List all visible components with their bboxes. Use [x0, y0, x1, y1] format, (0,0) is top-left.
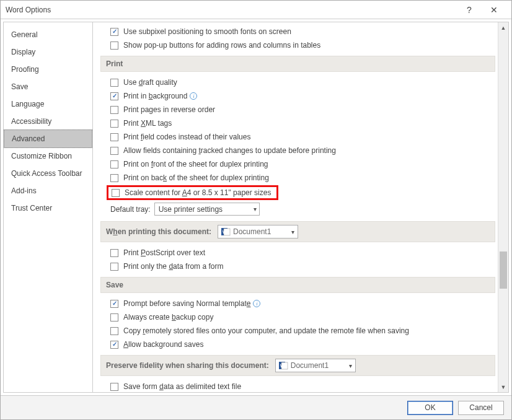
checkbox-label: Print on back of the sheet for duplex pr… [123, 173, 269, 183]
checkbox-row[interactable]: Print on front of the sheet for duplex p… [100, 157, 495, 171]
section-title: Preserve fidelity when sharing this docu… [106, 361, 269, 370]
section-header-print-doc: When printing this document: W Document1 [100, 221, 495, 242]
print-doc-select[interactable]: W Document1 [218, 225, 298, 238]
checkbox-label: Scale content for A4 or 8.5 x 11" paper … [125, 188, 271, 198]
svg-text:W: W [280, 364, 285, 368]
select-value: Document1 [291, 361, 329, 370]
checkbox-row[interactable]: Copy remotely stored files onto your com… [100, 324, 495, 338]
checkbox-subpixel[interactable] [110, 28, 118, 36]
section-header-save: Save [100, 277, 495, 293]
checkbox-label: Print on front of the sheet for duplex p… [123, 159, 268, 169]
sidebar-item-accessibility[interactable]: Accessibility [4, 113, 92, 130]
sidebar-item-display[interactable]: Display [4, 43, 92, 61]
checkbox-label: Always create backup copy [123, 312, 213, 322]
section-title: Save [106, 281, 123, 289]
sidebar-item-add-ins[interactable]: Add-ins [4, 182, 92, 199]
checkbox-row[interactable]: Always create backup copy [100, 310, 495, 324]
info-icon[interactable] [253, 300, 260, 307]
section-header-print: Print [100, 56, 495, 72]
checkbox-postscript[interactable] [110, 249, 118, 257]
scroll-thumb[interactable] [500, 252, 507, 289]
main-area: General Display Proofing Save Language A… [1, 19, 511, 396]
sidebar-item-save[interactable]: Save [4, 78, 92, 95]
checkbox-backup-copy[interactable] [110, 313, 118, 322]
checkbox-label: Show pop-up buttons for adding rows and … [123, 40, 320, 50]
checkbox-label: Print XML tags [123, 118, 172, 128]
sidebar-item-general[interactable]: General [4, 26, 92, 43]
checkbox-row[interactable]: Use draft quality [100, 76, 495, 89]
checkbox-prompt-normal[interactable] [110, 300, 118, 308]
checkbox-row[interactable]: Use subpixel positioning to smooth fonts… [100, 25, 495, 38]
sidebar-item-quick-access-toolbar[interactable]: Quick Access Toolbar [4, 165, 92, 182]
checkbox-row[interactable]: Print field codes instead of their value… [100, 130, 495, 144]
checkbox-label: Print field codes instead of their value… [123, 132, 250, 142]
checkbox-xml-tags[interactable] [110, 120, 118, 128]
close-button[interactable]: ✕ [482, 5, 506, 15]
checkbox-copy-remote[interactable] [110, 327, 118, 335]
checkbox-row-highlighted[interactable]: Scale content for A4 or 8.5 x 11" paper … [100, 185, 495, 201]
checkbox-print-background[interactable] [110, 92, 118, 100]
default-tray-row: Default tray: Use printer settings [100, 201, 495, 217]
checkbox-row[interactable]: Print XML tags [100, 116, 495, 130]
sidebar-item-trust-center[interactable]: Trust Center [4, 199, 92, 217]
options-content: Use subpixel positioning to smooth fonts… [93, 22, 498, 392]
checkbox-row[interactable]: Prompt before saving Normal template [100, 297, 495, 310]
content-wrap: Use subpixel positioning to smooth fonts… [93, 22, 509, 393]
word-doc-icon: W [278, 361, 288, 370]
checkbox-row[interactable]: Print pages in reverse order [100, 103, 495, 116]
section-title: Print [106, 59, 123, 68]
checkbox-row[interactable]: Show pop-up buttons for adding rows and … [100, 38, 495, 52]
section-header-preserve: Preserve fidelity when sharing this docu… [100, 355, 495, 376]
default-tray-label: Default tray: [110, 204, 151, 214]
checkbox-form-data-only[interactable] [110, 263, 118, 271]
checkbox-scale-a4[interactable] [112, 189, 120, 197]
checkbox-row[interactable]: Print PostScript over text [100, 246, 495, 260]
info-icon[interactable] [190, 92, 197, 100]
scroll-down-arrow[interactable]: ▼ [498, 382, 508, 392]
sidebar: General Display Proofing Save Language A… [3, 22, 93, 393]
checkbox-label: Print in background [123, 91, 187, 101]
red-highlight-box: Scale content for A4 or 8.5 x 11" paper … [107, 185, 278, 200]
sidebar-item-proofing[interactable]: Proofing [4, 61, 92, 78]
checkbox-row[interactable]: Allow background saves [100, 338, 495, 351]
checkbox-label: Use draft quality [123, 77, 177, 87]
sidebar-item-language[interactable]: Language [4, 95, 92, 113]
checkbox-tracked-changes-update[interactable] [110, 147, 118, 155]
default-tray-select[interactable]: Use printer settings [154, 203, 260, 216]
checkbox-label: Print pages in reverse order [123, 105, 215, 115]
checkbox-delimited-text[interactable] [110, 383, 118, 391]
checkbox-row[interactable]: Print only the data from a form [100, 260, 495, 273]
checkbox-draft-quality[interactable] [110, 79, 118, 87]
checkbox-duplex-back[interactable] [110, 174, 118, 182]
checkbox-row[interactable]: Allow fields containing tracked changes … [100, 144, 495, 157]
checkbox-popup-buttons[interactable] [110, 42, 118, 50]
checkbox-row[interactable]: Print in background [100, 89, 495, 103]
section-title: When printing this document: [106, 227, 211, 236]
checkbox-duplex-front[interactable] [110, 160, 118, 168]
checkbox-label: Allow background saves [123, 339, 203, 349]
ok-button[interactable]: OK [407, 401, 453, 415]
checkbox-bg-saves[interactable] [110, 341, 118, 349]
cancel-button[interactable]: Cancel [458, 401, 504, 415]
checkbox-row[interactable]: Save form data as delimited text file [100, 380, 495, 392]
checkbox-reverse-order[interactable] [110, 106, 118, 114]
sidebar-item-advanced[interactable]: Advanced [4, 129, 92, 148]
dialog-footer: OK Cancel [1, 396, 511, 419]
checkbox-label: Use subpixel positioning to smooth fonts… [123, 27, 291, 37]
checkbox-label: Save form data as delimited text file [123, 382, 241, 392]
checkbox-row[interactable]: Print on back of the sheet for duplex pr… [100, 171, 495, 185]
sidebar-item-customize-ribbon[interactable]: Customize Ribbon [4, 147, 92, 165]
svg-text:W: W [223, 230, 227, 234]
select-value: Use printer settings [159, 204, 223, 214]
vertical-scrollbar[interactable]: ▲ ▼ [498, 22, 508, 392]
select-value: Document1 [233, 227, 271, 236]
checkbox-label: Print PostScript over text [123, 248, 205, 258]
help-button[interactable]: ? [457, 5, 482, 15]
scroll-up-arrow[interactable]: ▲ [498, 22, 508, 33]
titlebar: Word Options ? ✕ [1, 1, 511, 19]
window-title: Word Options [6, 6, 457, 14]
word-doc-icon: W [221, 227, 231, 237]
checkbox-field-codes[interactable] [110, 133, 118, 141]
preserve-doc-select[interactable]: W Document1 [275, 359, 356, 372]
checkbox-label: Prompt before saving Normal template [123, 299, 250, 308]
